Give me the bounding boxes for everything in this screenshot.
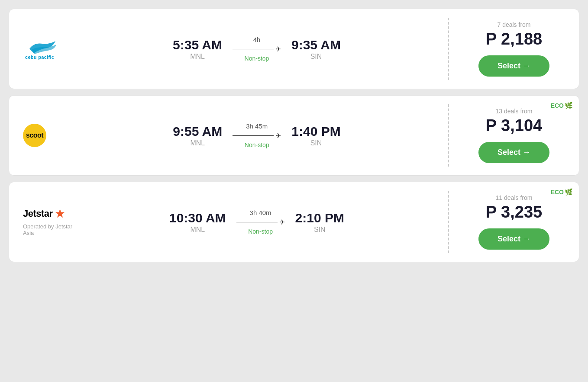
departure-time: 10:30 AM [169,211,226,225]
eco-badge: ECO🌿 [551,188,573,196]
flight-list: cebu pacific 5:35 AM MNL 4h ✈ Non-stop [9,9,579,266]
airline-logo-container: scoot [23,124,79,147]
airline-logo: Jetstar★ Operated by Jetstar Asia [23,208,79,236]
select-button[interactable]: Select → [478,142,549,163]
airline-logo: cebu pacific [23,38,62,60]
arrival-time: 2:10 PM [295,211,344,225]
stop-type: Non-stop [245,141,269,148]
stop-type: Non-stop [245,55,269,62]
arrival-time: 1:40 PM [291,124,340,138]
airline-logo-container: Jetstar★ Operated by Jetstar Asia [23,208,79,236]
flight-main: cebu pacific 5:35 AM MNL 4h ✈ Non-stop [9,9,448,89]
departure-code: MNL [173,139,222,147]
jetstar-text: Jetstar [23,208,53,219]
arrival-code: SIN [291,139,340,147]
departure-code: MNL [173,53,222,61]
flight-times: 5:35 AM MNL 4h ✈ Non-stop 9:35 AM SIN [79,36,434,62]
price: P 3,235 [486,203,542,221]
departure-time: 9:55 AM [173,124,222,138]
airline-logo: scoot [23,124,46,147]
route-middle: 3h 40m ✈ Non-stop [226,209,295,235]
flight-main: scoot 9:55 AM MNL 3h 45m ✈ Non-stop [9,96,448,175]
route-line: ✈ [236,218,285,226]
svg-text:cebu pacific: cebu pacific [25,55,54,60]
route-middle: 3h 45m ✈ Non-stop [222,122,291,148]
price: P 3,104 [486,116,542,135]
price-section: ECO🌿 13 deals from P 3,104 Select → [449,96,579,175]
flight-main: Jetstar★ Operated by Jetstar Asia 10:30 … [9,182,448,262]
line [233,49,274,50]
operated-by: Operated by Jetstar Asia [23,223,79,236]
flight-card: Jetstar★ Operated by Jetstar Asia 10:30 … [9,182,579,262]
duration: 4h [253,36,261,43]
deals-count: 11 deals from [496,194,533,201]
jetstar-star-icon: ★ [55,208,65,220]
eco-leaf-icon: 🌿 [565,102,573,109]
flight-times: 9:55 AM MNL 3h 45m ✈ Non-stop 1:40 PM SI… [79,122,434,148]
flight-times: 10:30 AM MNL 3h 40m ✈ Non-stop 2:10 PM S… [79,209,434,235]
arrival-block: 2:10 PM SIN [295,211,344,234]
route-line: ✈ [233,45,281,53]
arrival-block: 1:40 PM SIN [291,124,340,147]
price: P 2,188 [486,30,542,48]
route-middle: 4h ✈ Non-stop [222,36,291,62]
departure-block: 10:30 AM MNL [169,211,226,234]
plane-icon: ✈ [275,132,281,140]
arrival-time: 9:35 AM [291,38,341,52]
flight-card: scoot 9:55 AM MNL 3h 45m ✈ Non-stop [9,95,579,176]
departure-block: 5:35 AM MNL [173,38,222,61]
eco-label: ECO [551,189,564,196]
departure-block: 9:55 AM MNL [173,124,222,147]
deals-count: 13 deals from [496,108,533,115]
duration: 3h 40m [250,209,271,216]
price-section: 7 deals from P 2,188 Select → [449,9,579,89]
plane-icon: ✈ [279,218,285,226]
flight-card: cebu pacific 5:35 AM MNL 4h ✈ Non-stop [9,9,579,89]
airline-logo-container: cebu pacific [23,38,79,60]
select-button[interactable]: Select → [478,228,549,250]
price-section: ECO🌿 11 deals from P 3,235 Select → [449,182,579,262]
eco-badge: ECO🌿 [551,102,573,109]
duration: 3h 45m [246,122,268,130]
plane-icon: ✈ [275,45,281,53]
arrival-code: SIN [295,226,344,234]
stop-type: Non-stop [248,228,273,235]
eco-label: ECO [551,102,564,109]
departure-time: 5:35 AM [173,38,222,52]
line [233,135,274,136]
arrival-block: 9:35 AM SIN [291,38,341,61]
eco-leaf-icon: 🌿 [565,188,573,196]
line [236,222,278,223]
departure-code: MNL [169,226,226,234]
arrival-code: SIN [291,53,341,61]
select-button[interactable]: Select → [478,55,549,77]
route-line: ✈ [233,132,281,140]
deals-count: 7 deals from [497,21,530,28]
